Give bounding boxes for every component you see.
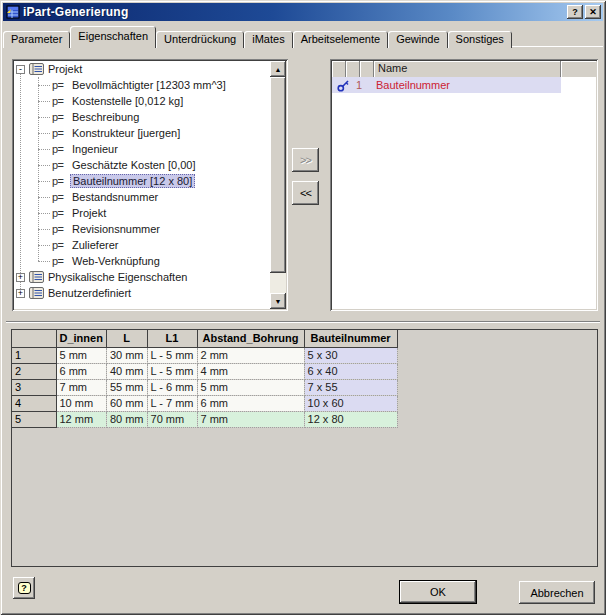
- table-cell-key[interactable]: 5 x 30: [304, 347, 397, 363]
- table-row: 2 6 mm 40 mm L - 5 mm 4 mm 6 x 40: [12, 363, 397, 379]
- scrollbar-thumb[interactable]: [270, 77, 286, 273]
- tree-item-bauteilnummer[interactable]: p= Bauteilnummer [12 x 80]: [14, 173, 270, 189]
- row-header[interactable]: 2: [12, 363, 56, 379]
- dialog-help-button[interactable]: ?: [13, 577, 35, 599]
- tree-item-revisionsnummer[interactable]: p= Revisionsnummer: [14, 221, 270, 237]
- scroll-down-button[interactable]: ▼: [270, 293, 286, 309]
- tree-item-physikalische-eigenschaften[interactable]: + Physikalische Eigenschaften: [14, 269, 270, 285]
- category-icon: [29, 271, 44, 283]
- expand-icon[interactable]: +: [16, 289, 25, 298]
- tree-item-projekt-prop[interactable]: p= Projekt: [14, 205, 270, 221]
- tree-item-label: Projekt: [70, 207, 108, 219]
- tab-imates[interactable]: iMates: [244, 31, 292, 48]
- category-icon: [29, 63, 44, 75]
- corner-header-cell[interactable]: [12, 330, 56, 347]
- list-header-index[interactable]: [360, 61, 374, 77]
- ok-button[interactable]: OK: [399, 580, 477, 604]
- close-button[interactable]: ✕: [585, 5, 601, 19]
- tree-stub: [38, 197, 50, 198]
- table-cell[interactable]: 80 mm: [106, 411, 147, 427]
- table-cell[interactable]: L - 5 mm: [147, 363, 197, 379]
- table-cell[interactable]: 40 mm: [106, 363, 147, 379]
- table-cell[interactable]: 7 mm: [197, 411, 304, 427]
- tab-arbeitselemente[interactable]: Arbeitselemente: [293, 31, 389, 48]
- collapse-icon[interactable]: -: [16, 65, 25, 74]
- tree-item-web-verknuepfung[interactable]: p= Web-Verknüpfung: [14, 253, 270, 269]
- tab-eigenschaften[interactable]: Eigenschaften: [70, 26, 156, 48]
- tree-item-bestandsnummer[interactable]: p= Bestandsnummer: [14, 189, 270, 205]
- tree-item-konstrukteur[interactable]: p= Konstrukteur [juergen]: [14, 125, 270, 141]
- table-cell[interactable]: 55 mm: [106, 379, 147, 395]
- table-cell[interactable]: L - 6 mm: [147, 379, 197, 395]
- col-header-l[interactable]: L: [106, 330, 147, 347]
- tree-item-ingenieur[interactable]: p= Ingenieur: [14, 141, 270, 157]
- titlebar[interactable]: iPart-Generierung ? ✕: [3, 3, 603, 21]
- context-help-icon: ?: [572, 7, 578, 17]
- help-balloon-icon: ?: [18, 582, 31, 594]
- table-cell[interactable]: 5 mm: [197, 379, 304, 395]
- ipart-grid-area: D_innen L L1 Abstand_Bohrung Bauteilnumm…: [11, 329, 598, 567]
- tree-stub: [38, 117, 50, 118]
- table-cell[interactable]: 6 mm: [56, 363, 106, 379]
- col-header-bauteilnummer[interactable]: Bauteilnummer: [304, 330, 397, 347]
- tree-item-label: Konstrukteur [juergen]: [70, 127, 182, 139]
- tree-item-beschreibung[interactable]: p= Beschreibung: [14, 109, 270, 125]
- property-tree-panel: - Projekt p= Bevollmächtigter [12303 mm^…: [12, 59, 288, 311]
- scroll-up-button[interactable]: ▲: [270, 61, 286, 77]
- tree-stub: [38, 181, 50, 182]
- table-cell[interactable]: 70 mm: [147, 411, 197, 427]
- table-cell[interactable]: 6 mm: [197, 395, 304, 411]
- table-cell[interactable]: 30 mm: [106, 347, 147, 363]
- table-cell-key[interactable]: 7 x 55: [304, 379, 397, 395]
- row-header[interactable]: 5: [12, 411, 56, 427]
- tab-unterdrueckung[interactable]: Unterdrückung: [156, 31, 244, 48]
- tree-stub: [38, 229, 50, 230]
- list-header-name[interactable]: Name: [374, 61, 561, 77]
- table-cell-key[interactable]: 12 x 80: [304, 411, 397, 427]
- table-cell[interactable]: 5 mm: [56, 347, 106, 363]
- tree-item-benutzerdefiniert[interactable]: + Benutzerdefiniert: [14, 285, 270, 301]
- row-header[interactable]: 3: [12, 379, 56, 395]
- list-header-key[interactable]: [332, 61, 346, 77]
- table-cell[interactable]: L - 7 mm: [147, 395, 197, 411]
- tree-item-label: Revisionsnummer: [70, 223, 162, 235]
- tab-sonstiges[interactable]: Sonstiges: [448, 31, 512, 48]
- context-help-button[interactable]: ?: [567, 5, 583, 19]
- table-cell-key[interactable]: 10 x 60: [304, 395, 397, 411]
- tree-item-kostenstelle[interactable]: p= Kostenstelle [0,012 kg]: [14, 93, 270, 109]
- tab-parameter[interactable]: Parameter: [3, 31, 70, 48]
- row-header[interactable]: 4: [12, 395, 56, 411]
- table-cell-key[interactable]: 6 x 40: [304, 363, 397, 379]
- table-row: 1 5 mm 30 mm L - 5 mm 2 mm 5 x 30: [12, 347, 397, 363]
- table-header-row: D_innen L L1 Abstand_Bohrung Bauteilnumm…: [12, 330, 397, 347]
- col-header-abstand-bohrung[interactable]: Abstand_Bohrung: [197, 330, 304, 347]
- table-cell[interactable]: 10 mm: [56, 395, 106, 411]
- remove-column-button[interactable]: <<: [292, 181, 319, 205]
- list-row-bauteilnummer[interactable]: 1 Bauteilnummer: [332, 77, 596, 93]
- tree-item-geschaetzte-kosten[interactable]: p= Geschätzte Kosten [0,00]: [14, 157, 270, 173]
- etched-separator: [6, 321, 600, 323]
- tab-gewinde[interactable]: Gewinde: [388, 31, 447, 48]
- table-cell[interactable]: 2 mm: [197, 347, 304, 363]
- table-cell[interactable]: 7 mm: [56, 379, 106, 395]
- tree-item-projekt[interactable]: - Projekt: [14, 61, 270, 77]
- table-cell[interactable]: L - 5 mm: [147, 347, 197, 363]
- tree-guide-line: [38, 77, 39, 261]
- col-header-l1[interactable]: L1: [147, 330, 197, 347]
- add-column-button[interactable]: >>: [292, 148, 319, 172]
- property-icon: p=: [52, 223, 67, 235]
- cancel-button[interactable]: Abbrechen: [519, 581, 595, 604]
- tree-item-label: Kostenstelle [0,012 kg]: [70, 95, 185, 107]
- property-icon: p=: [52, 111, 67, 123]
- tree-item-zulieferer[interactable]: p= Zulieferer: [14, 237, 270, 253]
- list-header-icon[interactable]: [346, 61, 360, 77]
- table-cell[interactable]: 12 mm: [56, 411, 106, 427]
- tree-item-bevollmaechtigter[interactable]: p= Bevollmächtigter [12303 mm^3]: [14, 77, 270, 93]
- row-header[interactable]: 1: [12, 347, 56, 363]
- tree-scrollbar[interactable]: ▲ ▼: [270, 61, 286, 309]
- expand-icon[interactable]: +: [16, 273, 25, 282]
- col-header-d-innen[interactable]: D_innen: [56, 330, 106, 347]
- table-cell[interactable]: 60 mm: [106, 395, 147, 411]
- table-cell[interactable]: 4 mm: [197, 363, 304, 379]
- ipart-dialog-window: iPart-Generierung ? ✕ Parameter Eigensch…: [0, 0, 606, 615]
